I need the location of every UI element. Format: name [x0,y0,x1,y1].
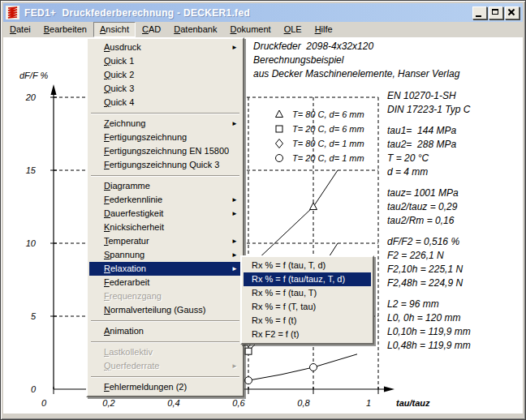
menu-item-normalverteilung[interactable]: Normalverteilung (Gauss) [89,303,241,317]
menu-item-zeichnung[interactable]: Zeichnung► [89,117,241,131]
maximize-icon [492,9,498,15]
result-line: F2,48h = 224,9 N [387,276,471,290]
menu-item-quick-2[interactable]: Quick 2 [89,68,241,82]
result-line: L0,48h = 119,9 mm [387,339,471,353]
menu-item-animation[interactable]: Animation [89,324,241,338]
x-tick-label: 0,8 [297,398,310,408]
menu-item-fertigungszeichnung-en-15800[interactable]: Fertigungszeichnung EN 15800 [89,144,241,158]
result-panel: EN 10270-1-SH DIN 17223-1 Typ C tau1= 14… [387,89,471,353]
menubar-item-dokument[interactable]: Dokument [223,22,277,37]
menu-item-dauerfestigkeit[interactable]: Dauerfestigkeit► [89,207,241,221]
result-line: L0, 0h = 120 mm [387,311,471,325]
minimize-icon [476,15,481,17]
square-marker [276,126,282,132]
result-line: tau2/Rm = 0,16 [387,214,471,228]
menubar-item-bearbeiten[interactable]: Bearbeiten [37,22,93,37]
menu-item-diagramme[interactable]: Diagramme [89,179,241,193]
submenu-arrow-icon: ► [231,117,238,131]
result-line: L0,10h = 119,9 mm [387,325,471,339]
result-line: DIN 17223-1 Typ C [387,103,471,117]
menu-item-querfederrate: Querfederrate► [89,359,241,373]
close-button[interactable] [505,6,520,19]
result-line: T = 20 °C [387,152,471,165]
submenu-item-rx-tau-tauz-t-d[interactable]: Rx % = f (tau/tauz, T, d) [244,272,371,286]
y-tick-label: 5 [31,311,37,321]
y-tick-label: 20 [25,92,37,102]
submenu-item-rx-f2-t[interactable]: Rx F2 = f (t) [244,328,371,341]
menubar-item-datenbank[interactable]: Datenbank [167,22,223,37]
menu-item-knicksicherheit[interactable]: Knicksicherheit [89,221,241,234]
x-tick-label: 1 [366,398,371,408]
result-line: F2,10h = 225,1 N [387,263,471,276]
legend-label: T= 80 C, d= 1 mm [292,139,364,148]
y-tick-label: 10 [26,238,37,248]
menubar: Datei Bearbeiten Ansicht CAD Datenbank D… [3,22,523,37]
menu-item-spannung[interactable]: Spannung► [89,248,241,262]
x-axis-arrow-icon [384,387,394,392]
menu-item-federkennlinie[interactable]: Federkennlinie► [89,193,241,207]
circle-marker [245,377,252,384]
menu-separator [91,113,239,114]
ansicht-menu: Ausdruck► Quick 1 Quick 2 Quick 3 Quick … [86,37,244,397]
menu-item-temperatur[interactable]: Temperatur► [89,234,241,248]
submenu-arrow-icon: ► [231,248,238,262]
menu-item-lastkollektiv: Lastkollektiv [89,345,241,359]
menu-item-quick-1[interactable]: Quick 1 [89,54,241,68]
x-tick-label: 0,6 [232,398,245,408]
spacer [387,179,471,186]
x-tick-label: 0 [41,398,47,408]
result-line: tau1= 144 MPa [387,124,471,138]
maximize-button[interactable] [489,6,503,19]
note-line: Druckfeder 2098-4x32x120 [253,40,459,54]
submenu-arrow-icon: ► [231,41,238,54]
menu-separator [91,175,239,177]
circle-marker [310,364,317,371]
result-line: EN 10270-1-SH [387,89,471,103]
menu-separator [91,376,239,378]
note-line: Berechnungsbeispiel [253,54,459,67]
client-area: 00,20,40,60,8105101520dF/F %tau/tauzT= 8… [3,37,523,414]
submenu-item-rx-tau-t-d[interactable]: Rx % = f (tau, T, d) [244,259,371,272]
menu-item-ausdruck[interactable]: Ausdruck► [89,41,241,54]
spacer [387,228,471,235]
menu-item-fertigungszeichnung[interactable]: Fertigungszeichnung [89,131,241,144]
submenu-arrow-icon: ► [231,234,238,248]
menubar-item-datei[interactable]: Datei [3,22,37,37]
result-line: d = 4 mm [387,165,471,179]
submenu-item-rx-t[interactable]: Rx % = f (t) [244,314,371,328]
triangle-marker [276,110,283,118]
submenu-item-rx-tau-t[interactable]: Rx % = f (tau, T) [244,286,371,300]
diamond-marker [276,139,283,148]
circle-marker [276,155,283,162]
menu-item-quick-3[interactable]: Quick 3 [89,82,241,96]
menu-item-federarbeit[interactable]: Federarbeit [89,276,241,289]
menu-item-relaxation[interactable]: Relaxation► [89,262,241,276]
menu-item-fertigungszeichnung-quick-3[interactable]: Fertigungszeichnung Quick 3 [89,158,241,172]
result-line: F2 = 226,1 N [387,249,471,263]
menubar-item-cad[interactable]: CAD [136,22,167,37]
minimize-button[interactable] [472,6,487,19]
result-line: dF/F2 = 0,516 % [387,235,471,249]
x-tick-label: 0,2 [102,398,114,408]
submenu-arrow-icon: ► [231,193,238,207]
titlebar[interactable]: FED1+ Druckfederberechnung - DECKER1.fed [3,3,523,22]
submenu-arrow-icon: ► [231,359,238,373]
result-line: tau2= 288 MPa [387,138,471,152]
spacer [387,117,471,124]
menubar-item-ansicht[interactable]: Ansicht [93,22,136,37]
menubar-item-ole[interactable]: OLE [278,22,308,37]
header-notes: Druckfeder 2098-4x32x120 Berechnungsbeis… [253,40,459,81]
menu-item-fehlermeldungen[interactable]: Fehlermeldungen (2) [89,380,241,394]
series-line [248,354,357,380]
note-line: aus Decker Maschinenelemente, Hanser Ver… [253,67,459,81]
menu-item-quick-4[interactable]: Quick 4 [89,96,241,109]
submenu-item-rx-t-tau[interactable]: Rx % = f (T, tau) [244,300,371,314]
x-tick-label: 0,4 [167,398,179,408]
triangle-marker [310,203,317,210]
close-icon [507,9,515,15]
result-line: L2 = 96 mm [387,298,471,311]
legend-label: T= 80 C, d= 6 mm [292,109,364,119]
spacer [387,290,471,298]
y-tick-label: 0 [31,384,37,394]
menubar-item-hilfe[interactable]: Hilfe [308,22,339,37]
